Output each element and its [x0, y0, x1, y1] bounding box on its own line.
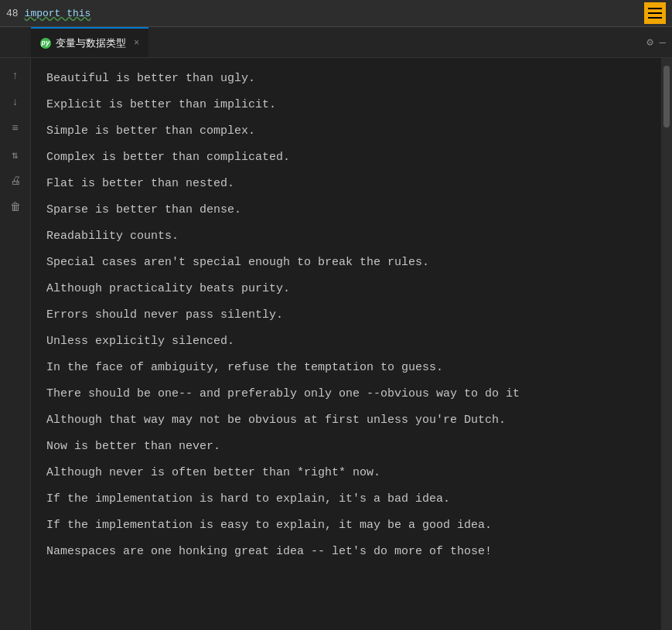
code-line: Now is better than never. — [46, 434, 646, 460]
code-line: If the implementation is hard to explain… — [46, 486, 646, 513]
code-line: Flat is better than nested. — [46, 171, 646, 197]
left-toolbar: ↑ ↓ ≡ ⇅ 🖨 🗑 — [0, 58, 31, 630]
tab-close-button[interactable]: × — [134, 38, 139, 49]
tab-settings-area: ⚙ — — [646, 36, 666, 49]
python-file-icon: py — [40, 38, 51, 49]
code-line: Sparse is better than dense. — [46, 197, 646, 223]
code-line: Namespaces are one honking great idea --… — [46, 539, 646, 565]
line-number: 48 — [6, 8, 19, 19]
scroll-down-button[interactable]: ↓ — [4, 90, 27, 114]
delete-icon: 🗑 — [10, 201, 21, 213]
code-line: Special cases aren't special enough to b… — [46, 250, 646, 276]
top-bar: 48 import this — [0, 0, 672, 27]
panel-minimize-button[interactable]: — — [660, 36, 666, 49]
code-line: Errors should never pass silently. — [46, 302, 646, 329]
code-line: If the implementation is easy to explain… — [46, 513, 646, 539]
top-bar-left: 48 import this — [6, 8, 90, 19]
hamburger-menu-button[interactable] — [644, 2, 666, 24]
down-arrow-icon: ↓ — [12, 96, 18, 108]
code-line: Simple is better than complex. — [46, 118, 646, 145]
sort-icon: ⇅ — [12, 148, 18, 162]
delete-button[interactable]: 🗑 — [4, 196, 27, 219]
settings-icon[interactable]: ⚙ — [646, 36, 653, 49]
up-arrow-icon: ↑ — [12, 70, 18, 82]
code-line: There should be one-- and preferably onl… — [46, 381, 646, 407]
tab-icon-label: py — [42, 39, 50, 47]
scroll-up-button[interactable]: ↑ — [4, 64, 27, 87]
tab-bar: py 变量与数据类型 × ⚙ — — [0, 27, 672, 58]
hamburger-line-3 — [648, 17, 662, 19]
code-line: Explicit is better than implicit. — [46, 92, 646, 118]
right-scrollbar[interactable] — [661, 58, 672, 630]
code-line: Beautiful is better than ugly. — [46, 66, 646, 92]
code-line: In the face of ambiguity, refuse the tem… — [46, 355, 646, 381]
print-button[interactable]: 🖨 — [4, 169, 27, 192]
code-content-area[interactable]: Beautiful is better than ugly.Explicit i… — [31, 58, 661, 630]
code-line: Although practicality beats purity. — [46, 276, 646, 302]
hamburger-line-1 — [648, 8, 662, 9]
print-icon: 🖨 — [10, 175, 21, 187]
code-snippet-text: import this — [25, 8, 91, 19]
hamburger-line-2 — [648, 12, 662, 14]
scrollbar-thumb[interactable] — [663, 66, 670, 128]
code-line: Complex is better than complicated. — [46, 145, 646, 171]
code-line: Although that way may not be obvious at … — [46, 407, 646, 434]
list-view-button[interactable]: ≡ — [4, 117, 27, 140]
code-line: Readability counts. — [46, 223, 646, 250]
active-tab[interactable]: py 变量与数据类型 × — [31, 27, 148, 57]
sort-button[interactable]: ⇅ — [4, 143, 27, 166]
tab-title: 变量与数据类型 — [56, 36, 126, 50]
code-line: Although never is often better than *rig… — [46, 460, 646, 486]
main-area: ↑ ↓ ≡ ⇅ 🖨 🗑 Beautiful is better than ugl… — [0, 58, 672, 630]
list-icon: ≡ — [12, 122, 18, 135]
code-line: Unless explicitly silenced. — [46, 329, 646, 355]
